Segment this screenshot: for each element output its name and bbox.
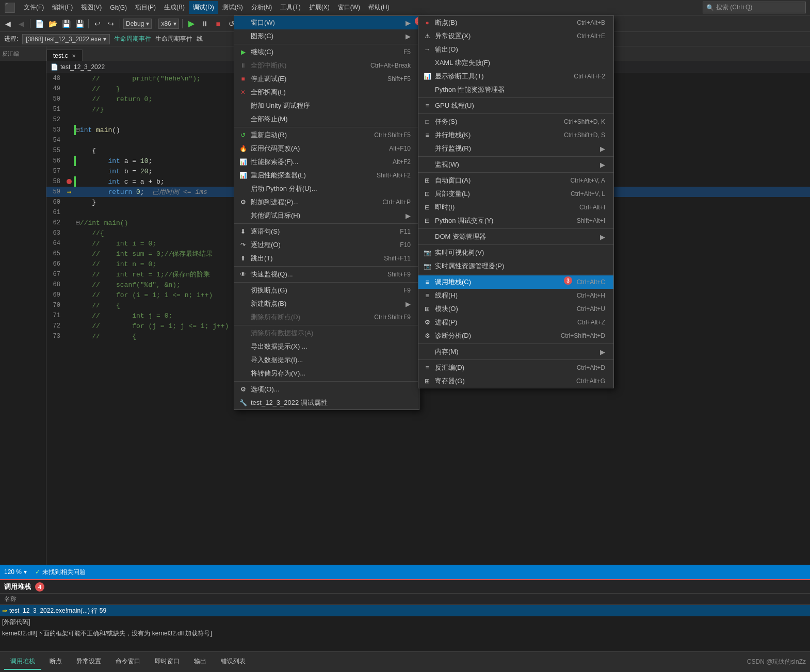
debug-menu-stepover[interactable]: ↷ 逐过程(O) F10 (234, 238, 419, 252)
debug-menu-python[interactable]: 启动 Python 分析(U)... (234, 182, 419, 195)
platform-dropdown[interactable]: x86 ▾ (158, 19, 179, 29)
debug-menu-attach[interactable]: ⚙ 附加到进程(P)... Ctrl+Alt+P (234, 195, 419, 209)
debug-menu-othertargets[interactable]: 其他调试目标(H) ▶ (234, 209, 419, 222)
call-stack-row-1[interactable]: [外部代码] (0, 616, 810, 628)
win-gpu[interactable]: ≡ GPU 线程(U) (418, 99, 613, 112)
debug-menu-restart[interactable]: ↺ 重新启动(R) Ctrl+Shift+F5 (234, 128, 419, 142)
win-exceptions[interactable]: ⚠ 异常设置(X) Ctrl+Alt+E (418, 29, 613, 43)
win-processes[interactable]: ⚙ 进程(P) Ctrl+Alt+Z (418, 316, 613, 329)
toolbar-stop[interactable]: ■ (213, 18, 224, 29)
disasm-tab[interactable]: 反汇编 (0, 46, 46, 61)
call-stack-row-2[interactable]: kernel32.dll![下面的框架可能不正确和/或缺失，没有为 kernel… (0, 628, 810, 639)
toolbar-back[interactable]: ◀ (2, 18, 13, 29)
parallelwatch-arrow: ▶ (600, 145, 605, 153)
win-liveprops[interactable]: 📷 实时属性资源管理器(P) (418, 259, 613, 273)
menu-window[interactable]: 窗口(W) (334, 1, 364, 14)
toolbar-pause[interactable]: ⏸ (199, 18, 210, 29)
menu-build[interactable]: 生成(B) (160, 1, 189, 14)
bottom-tab-callstack[interactable]: 调用堆栈 (4, 654, 41, 670)
win-dom[interactable]: DOM 资源管理器 ▶ (418, 230, 613, 243)
togglebp-shortcut: F9 (393, 287, 411, 294)
toolbar-new[interactable]: 📄 (34, 18, 45, 29)
win-threads[interactable]: ≡ 线程(H) Ctrl+Alt+H (418, 289, 613, 302)
win-memory[interactable]: 内存(M) ▶ (418, 345, 613, 358)
win-parallelstack[interactable]: ≡ 并行堆栈(K) Ctrl+Shift+D, S (418, 128, 613, 142)
win-registers[interactable]: ⊞ 寄存器(G) Ctrl+Alt+G (418, 374, 613, 388)
win-tasks[interactable]: □ 任务(S) Ctrl+Shift+D, K (418, 115, 613, 128)
win-diaganalysis[interactable]: ⚙ 诊断分析(D) Ctrl+Shift+Alt+D (418, 329, 613, 342)
toolbar-continue[interactable]: ▶ (186, 18, 197, 29)
menu-analysis[interactable]: 分析(N) (247, 1, 277, 14)
window-submenu[interactable]: ● 断点(B) Ctrl+Alt+B ⚠ 异常设置(X) Ctrl+Alt+E … (418, 15, 614, 388)
bottom-tab-immediate[interactable]: 即时窗口 (149, 654, 186, 670)
bottom-tab-exceptions[interactable]: 异常设置 (70, 654, 107, 670)
menu-edit[interactable]: 编辑(E) (48, 1, 77, 14)
win-diagtools[interactable]: 📊 显示诊断工具(T) Ctrl+Alt+F2 (418, 70, 613, 83)
toolbar-forward[interactable]: ◀ (15, 18, 27, 29)
line-num-68: 68 (46, 281, 64, 288)
win-autos[interactable]: ⊞ 自动窗口(A) Ctrl+Alt+V, A (418, 174, 613, 187)
win-watch[interactable]: 监视(W) ▶ (418, 158, 613, 171)
bottom-tab-command[interactable]: 命令窗口 (109, 654, 147, 670)
bottom-tab-errors[interactable]: 错误列表 (215, 654, 252, 670)
debug-menu-restartperf[interactable]: 📊 重启性能探查器(L) Shift+Alt+F2 (234, 169, 419, 182)
debug-menu-importdatatips[interactable]: 导入数据提示(I)... (234, 353, 419, 367)
debug-menu-continue[interactable]: ▶ 继续(C) F5 (234, 45, 419, 59)
menu-file[interactable]: 文件(F) (20, 1, 48, 14)
debug-menu-deleteallbp: 删除所有断点(D) Ctrl+Shift+F9 (234, 310, 419, 324)
win-modules[interactable]: ⊞ 模块(O) Ctrl+Alt+U (418, 302, 613, 316)
debug-menu-detach[interactable]: ✕ 全部拆离(L) (234, 86, 419, 99)
win-locals[interactable]: ⊡ 局部变量(L) Ctrl+Alt+V, L (418, 187, 613, 201)
tab-close[interactable]: ✕ (72, 53, 76, 59)
debug-menu-window[interactable]: 窗口(W) ▶ 2 (234, 16, 419, 29)
search-box[interactable]: 🔍 搜索 (Ctrl+Q) (703, 2, 806, 13)
debug-menu-quickwatch[interactable]: 👁 快速监视(Q)... Shift+F9 (234, 268, 419, 281)
debug-menu-graphics[interactable]: 图形(C) ▶ (234, 29, 419, 43)
win-livevistree[interactable]: 📷 实时可视化树(V) (418, 246, 613, 259)
win-parallelwatch[interactable]: 并行监视(R) ▶ (418, 142, 613, 155)
menu-extensions[interactable]: 扩展(X) (305, 1, 334, 14)
debug-menu-stepout[interactable]: ⬆ 跳出(T) Shift+F11 (234, 252, 419, 265)
debug-menu-terminate[interactable]: 全部终止(M) (234, 112, 419, 126)
debug-menu-hotreload[interactable]: 🔥 应用代码更改(A) Alt+F10 (234, 142, 419, 155)
win-callstack[interactable]: ≡ 调用堆栈(C) Ctrl+Alt+C 3 (418, 275, 613, 289)
menu-view[interactable]: 视图(V) (77, 1, 106, 14)
tab-test-c[interactable]: test.c ✕ (46, 50, 83, 61)
win-immediate[interactable]: ⊟ 即时(I) Ctrl+Alt+I (418, 201, 613, 214)
toolbar-save[interactable]: 💾 (60, 18, 72, 29)
toolbar-redo[interactable]: ↪ (105, 18, 117, 29)
debug-menu-stop[interactable]: ■ 停止调试(E) Shift+F5 (234, 72, 419, 86)
process-dropdown[interactable]: [3868] test_12_3_2022.exe ▾ (22, 34, 109, 44)
menu-tools[interactable]: 工具(T) (276, 1, 304, 14)
zoom-status[interactable]: 120 % ▾ (4, 568, 27, 576)
win-pythonperf[interactable]: Python 性能资源管理器 (418, 83, 613, 96)
menu-test[interactable]: 测试(S) (218, 1, 247, 14)
call-stack-row-0[interactable]: ⇒ test_12_3_2022.exe!main(...) 行 59 (0, 605, 810, 616)
menu-help[interactable]: 帮助(H) (364, 1, 394, 14)
menu-debug[interactable]: 调试(D) (189, 1, 218, 14)
debug-menu-stepinto[interactable]: ⬇ 逐语句(S) F11 (234, 225, 419, 238)
debug-menu-savedump[interactable]: 将转储另存为(V)... (234, 367, 419, 380)
win-xaml[interactable]: XAML 绑定失败(F) (418, 56, 613, 70)
toolbar-undo[interactable]: ↩ (92, 18, 103, 29)
debug-menu-newbp[interactable]: 新建断点(B) ▶ (234, 297, 419, 310)
menu-git[interactable]: Git(G) (106, 2, 131, 13)
debug-menu-unity[interactable]: 附加 Unity 调试程序 (234, 99, 419, 112)
win-output[interactable]: → 输出(O) (418, 43, 613, 56)
bottom-tab-output[interactable]: 输出 (188, 654, 213, 670)
win-pythondebug[interactable]: ⊟ Python 调试交互(Y) Shift+Alt+I (418, 214, 613, 227)
debug-menu-togglebp[interactable]: 切换断点(G) F9 (234, 284, 419, 297)
debug-config-dropdown[interactable]: Debug ▾ (123, 19, 152, 29)
win-disasm[interactable]: ≡ 反汇编(D) Ctrl+Alt+D (418, 361, 613, 374)
debug-menu-perf[interactable]: 📊 性能探索器(F)... Alt+F2 (234, 155, 419, 169)
menu-project[interactable]: 项目(P) (131, 1, 160, 14)
bottom-tab-breakpoints[interactable]: 断点 (43, 654, 68, 670)
breakpoint-58[interactable] (67, 179, 72, 184)
toolbar-open[interactable]: 📂 (47, 18, 58, 29)
debug-menu[interactable]: 窗口(W) ▶ 2 图形(C) ▶ ▶ 继续(C) F5 ⏸ 全部中断(K) C… (234, 15, 419, 410)
debug-menu-options[interactable]: ⚙ 选项(O)... (234, 383, 419, 396)
debug-menu-projprops[interactable]: 🔧 test_12_3_2022 调试属性 (234, 396, 419, 409)
win-breakpoints[interactable]: ● 断点(B) Ctrl+Alt+B (418, 16, 613, 29)
debug-menu-exportdatatips[interactable]: 导出数据提示(X) ... (234, 340, 419, 353)
toolbar-save-all[interactable]: 💾 (74, 18, 85, 29)
